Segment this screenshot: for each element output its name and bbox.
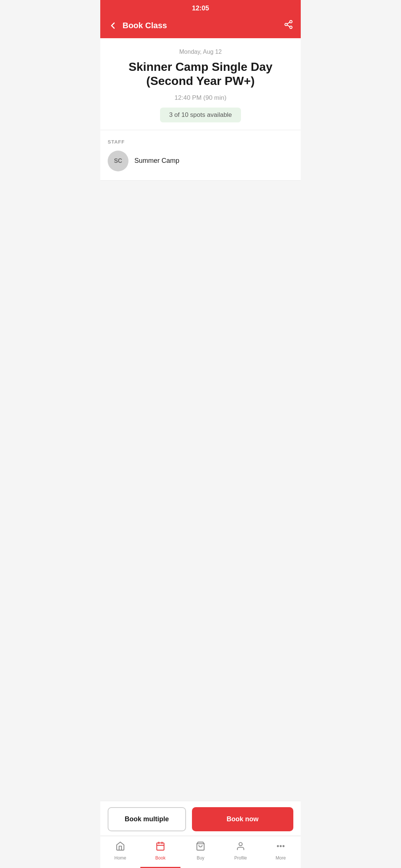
book-icon (156, 841, 165, 853)
nav-label-profile: Profile (234, 855, 247, 861)
class-title: Skinner Camp Single Day (Second Year PW+… (109, 60, 292, 88)
staff-avatar: SC (108, 151, 128, 171)
svg-rect-5 (157, 843, 164, 850)
class-hero: Monday, Aug 12 Skinner Camp Single Day (… (100, 38, 301, 130)
staff-item: SC Summer Camp (108, 151, 293, 171)
action-buttons: Book multiple Book now (100, 801, 301, 836)
header: Book Class (100, 15, 301, 38)
buy-icon (196, 841, 205, 853)
nav-item-profile[interactable]: Profile (221, 840, 261, 862)
class-date: Monday, Aug 12 (109, 49, 292, 55)
header-title: Book Class (123, 21, 167, 30)
profile-icon (236, 841, 245, 853)
status-time: 12:05 (192, 4, 209, 12)
nav-label-home: Home (114, 855, 126, 861)
staff-section: STAFF SC Summer Camp (100, 130, 301, 181)
nav-item-home[interactable]: Home (100, 840, 140, 862)
svg-point-11 (277, 846, 278, 847)
book-multiple-button[interactable]: Book multiple (108, 807, 186, 831)
status-bar: 12:05 (100, 0, 301, 15)
nav-label-buy: Buy (197, 855, 205, 861)
back-button[interactable] (108, 20, 118, 31)
bottom-nav: Home Book Buy (100, 836, 301, 868)
book-now-button[interactable]: Book now (192, 807, 293, 831)
content-spacer (100, 181, 301, 801)
share-button[interactable] (284, 20, 293, 32)
nav-label-more: More (276, 855, 286, 861)
staff-label: STAFF (108, 139, 293, 145)
more-icon (276, 841, 286, 853)
svg-line-3 (287, 25, 290, 27)
class-time: 12:40 PM (90 min) (109, 94, 292, 102)
svg-point-12 (280, 846, 281, 847)
content-area: Monday, Aug 12 Skinner Camp Single Day (… (100, 38, 301, 868)
svg-point-13 (283, 846, 284, 847)
nav-item-buy[interactable]: Buy (180, 840, 221, 862)
svg-point-10 (239, 842, 242, 846)
home-icon (115, 841, 125, 853)
nav-item-more[interactable]: More (261, 840, 301, 862)
nav-label-book: Book (155, 855, 165, 861)
staff-name: Summer Camp (134, 157, 179, 165)
header-left: Book Class (108, 20, 167, 31)
svg-line-4 (287, 22, 290, 24)
nav-item-book[interactable]: Book (140, 840, 180, 862)
spots-badge: 3 of 10 spots available (160, 108, 241, 122)
